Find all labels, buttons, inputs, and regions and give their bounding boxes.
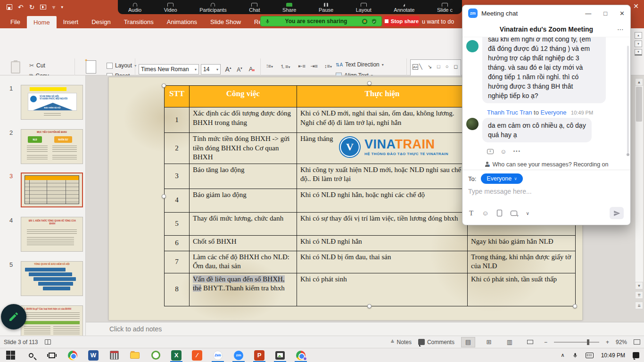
slide-thumbnail-1[interactable]: VÌ AN SINH XÃ HỘI, VÌ HẠNH PHÚC MỌI NGƯỜ… (21, 85, 83, 120)
taskbar-zalo[interactable]: Zalo (207, 348, 228, 362)
shapes-scroll-up-icon[interactable]: ▴ (635, 32, 642, 39)
format-text-icon[interactable]: T (469, 209, 473, 217)
message-more-icon[interactable]: ··· (513, 147, 520, 156)
start-button[interactable] (0, 348, 21, 362)
zoom-annotate-button[interactable]: Annotate (394, 2, 414, 13)
slide-show-button[interactable] (523, 337, 537, 347)
tray-expand-icon[interactable]: ∧ (561, 352, 565, 358)
touch-mode-icon[interactable]: ▾ (52, 3, 55, 11)
maximize-icon[interactable]: □ (603, 10, 607, 17)
taskbar-word[interactable]: W (83, 348, 104, 362)
slide-thumbnail-6[interactable]: 1. BHXH là gì? Các loại hình hiện có của… (21, 305, 83, 336)
next-slide-icon[interactable]: ⇊ (635, 302, 643, 309)
numbering-button[interactable]: ⒈≡▾ (280, 63, 289, 70)
shapes-scroll-down-icon[interactable]: ▾ (635, 41, 642, 47)
layout-button[interactable]: Layout▾ (107, 62, 136, 69)
shrink-font-button[interactable]: A▾ (235, 66, 244, 73)
start-from-beginning-icon[interactable] (40, 5, 46, 9)
scroll-down-icon[interactable]: ▼ (635, 282, 643, 289)
zoom-pause-button[interactable]: Pause (319, 2, 333, 13)
spell-check-icon[interactable] (45, 339, 51, 345)
action-center-icon[interactable] (633, 352, 639, 358)
save-icon[interactable] (7, 4, 12, 10)
taskbar-chrome-profile[interactable] (290, 348, 311, 362)
shapes-more-icon[interactable]: ▾ (635, 49, 642, 56)
col-header-thuchien[interactable]: Thực hiện (297, 86, 468, 107)
zoom-audio-button[interactable]: Audio (128, 2, 141, 13)
taskbar-media-app[interactable] (104, 348, 124, 362)
slide-thumbnail-4[interactable]: BÀI 1. KIẾN THỨC TỔNG QUAN VỀ TỔNG CỦA B… (21, 217, 83, 252)
security-shield-icon[interactable] (371, 18, 377, 25)
attach-file-icon[interactable] (497, 210, 502, 216)
zoom-participants-button[interactable]: Participants (199, 2, 226, 13)
send-button[interactable] (610, 207, 624, 219)
slide-thumbnail-3-selected[interactable] (21, 173, 83, 207)
taskbar-coccoc[interactable] (145, 348, 166, 362)
clock[interactable]: 10:49 PM (601, 352, 625, 359)
scrollbar-thumb[interactable] (636, 87, 642, 122)
undo-icon[interactable]: ↶ (18, 3, 24, 11)
taskbar-search-button[interactable] (21, 348, 41, 362)
font-size-combo[interactable]: 14▾ (201, 64, 221, 74)
shape-icons-row1[interactable]: ╲ ↘ □ ○ ◻ (419, 64, 460, 69)
zoom-level[interactable]: 92% (616, 339, 627, 346)
text-box-shape-icon[interactable]: A≡ (413, 64, 418, 70)
selection-handle[interactable] (367, 81, 372, 85)
line-spacing-button[interactable]: ↕≡▾ (323, 63, 333, 69)
zoom-share-button[interactable]: Share (282, 2, 296, 13)
zoom-in-button[interactable]: + (606, 339, 609, 346)
col-header-stt[interactable]: STT (165, 86, 190, 107)
annotation-fab-button[interactable] (1, 304, 26, 329)
font-family-combo[interactable]: Times New Roman▾ (139, 64, 199, 74)
selection-handle[interactable] (367, 304, 372, 308)
chat-title-bar[interactable]: zm Meeting chat — □ ✕ (462, 5, 630, 21)
col-header-congviec[interactable]: Công việc (190, 86, 297, 107)
taskbar-excel[interactable]: X (166, 348, 187, 362)
emoji-icon[interactable]: ☺ (482, 209, 488, 217)
tell-me-partial-text[interactable]: u want to do (422, 18, 454, 25)
privacy-note[interactable]: Who can see your messages? Recording on (462, 159, 630, 170)
taskbar-zoom[interactable]: zm (228, 348, 249, 362)
stop-share-button[interactable]: Stop share (384, 16, 420, 26)
notes-toggle-button[interactable]: ≜ Notes (390, 339, 412, 346)
selection-handle[interactable] (162, 194, 166, 198)
task-view-button[interactable] (41, 348, 62, 362)
screenshot-icon[interactable] (511, 211, 517, 216)
tray-mic-icon[interactable] (572, 352, 578, 359)
cut-button[interactable]: ✂ Cut (29, 62, 45, 69)
fit-to-window-icon[interactable] (634, 339, 640, 345)
increase-indent-button[interactable]: ⇥≡ (309, 63, 319, 69)
sender-name[interactable]: Thanh Truc Tran (487, 109, 532, 116)
selection-handle[interactable] (573, 304, 577, 308)
tab-slide-show[interactable]: Slide Show (204, 15, 248, 28)
redo-icon[interactable]: ↻ (29, 3, 35, 11)
taskbar-snipping[interactable] (270, 348, 290, 362)
tab-design[interactable]: Design (85, 15, 117, 28)
minimize-icon[interactable]: — (585, 10, 591, 17)
tab-animations[interactable]: Animations (160, 15, 204, 28)
grow-font-button[interactable]: A▴ (223, 66, 233, 73)
chat-scrollbar[interactable] (627, 46, 629, 153)
notes-pane[interactable]: Click to add notes (86, 322, 644, 336)
row8-task-cell[interactable]: Vấn đề liên quan đến sổ BHXH, thẻ BHYT..… (190, 273, 297, 306)
add-reaction-icon[interactable]: ☺ (500, 148, 506, 155)
chat-message-list[interactable]: sau khi em nghỉ ở một công ty, (em đã đó… (462, 37, 630, 159)
bullets-button[interactable]: ⁝≡▾ (265, 63, 274, 69)
scroll-up-icon[interactable]: ▲ (635, 78, 643, 86)
recipient-selector[interactable]: Everyone ∨ (481, 173, 522, 184)
selection-handle[interactable] (162, 83, 166, 88)
reply-icon[interactable]: + (487, 149, 494, 154)
tab-insert[interactable]: Insert (57, 15, 85, 28)
touch-keyboard-icon[interactable] (586, 353, 594, 358)
close-powerpoint-icon[interactable]: ✕ (631, 2, 641, 10)
clear-formatting-button[interactable]: A (247, 66, 256, 73)
customize-quick-access-icon[interactable]: ▾ (61, 3, 64, 11)
zoom-slider[interactable] (554, 342, 599, 343)
zoom-out-button[interactable]: − (544, 339, 547, 346)
chat-message-input[interactable] (468, 188, 625, 195)
zoom-slider-thumb[interactable] (587, 339, 589, 345)
slide-sorter-view-button[interactable]: ⊞ (482, 337, 496, 347)
recipient-name[interactable]: Everyone (540, 109, 566, 116)
text-direction-button[interactable]: ⇅A Text Direction▾ (336, 61, 384, 68)
tab-transitions[interactable]: Transitions (117, 15, 160, 28)
